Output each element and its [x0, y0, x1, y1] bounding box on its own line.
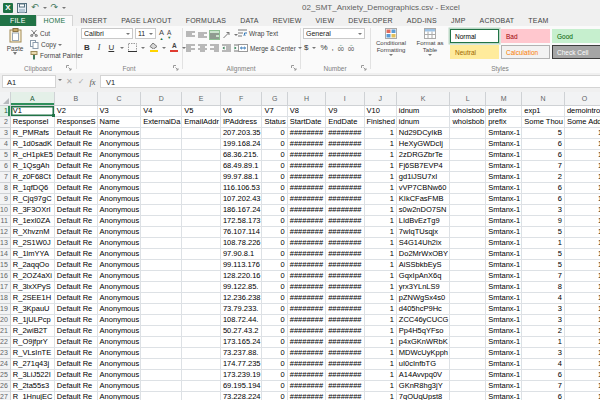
cell-A6[interactable]: R_1QsgAh — [11, 161, 55, 172]
cell-G3[interactable]: 0 — [262, 128, 287, 139]
col-header-D[interactable]: D — [141, 92, 182, 106]
col-header-J[interactable]: J — [365, 92, 397, 106]
cell-J14[interactable]: 1 — [365, 249, 397, 260]
row-header-12[interactable]: 12 — [0, 227, 11, 238]
cell-D15[interactable] — [141, 260, 182, 271]
cell-F13[interactable]: 108.78.226 — [221, 238, 263, 249]
cell-style-good[interactable]: Good — [552, 29, 600, 43]
cell-K27[interactable]: 7qOUqUpst8 — [397, 392, 451, 400]
cell-A5[interactable]: R_cH1pkE5 — [11, 150, 55, 161]
cell-N7[interactable]: 2 — [522, 172, 565, 183]
cell-O23[interactable]: 1 — [565, 348, 600, 359]
cell-M26[interactable]: Smtanx-1 — [486, 381, 522, 392]
cell-F25[interactable]: 173.239.19 — [221, 370, 263, 381]
cell-K20[interactable]: ZCC46yCUCG — [397, 315, 451, 326]
cell-N15[interactable]: 5 — [522, 260, 565, 271]
cell-O26[interactable]: 1 — [565, 381, 600, 392]
cell-F27[interactable]: 73.228.224 — [221, 392, 263, 400]
cell-M8[interactable]: Smtanx-1 — [486, 183, 522, 194]
cell-G25[interactable]: 0 — [262, 370, 287, 381]
cell-O25[interactable]: 1 — [565, 370, 600, 381]
orientation-icon[interactable] — [222, 30, 231, 39]
cell-H3[interactable]: ######## — [288, 128, 326, 139]
cell-F21[interactable]: 50.27.43.2 — [221, 326, 263, 337]
cell-E22[interactable] — [182, 337, 221, 348]
cell-B19[interactable]: Default Re — [55, 304, 98, 315]
cell-H18[interactable]: ######## — [288, 293, 326, 304]
col-header-G[interactable]: G — [262, 92, 287, 106]
row-header-16[interactable]: 16 — [0, 271, 11, 282]
conditional-formatting-button[interactable]: Conditional Formatting — [372, 28, 410, 56]
col-header-O[interactable]: O — [565, 92, 600, 106]
cell-I7[interactable]: ######## — [326, 172, 364, 183]
cell-F26[interactable]: 69.195.194 — [221, 381, 263, 392]
cell-H22[interactable]: ######## — [288, 337, 326, 348]
cell-J8[interactable]: 1 — [365, 183, 397, 194]
cell-E7[interactable] — [182, 172, 221, 183]
cell-H6[interactable]: ######## — [288, 161, 326, 172]
cell-F9[interactable]: 107.202.43 — [221, 194, 263, 205]
cell-B18[interactable]: Default Re — [55, 293, 98, 304]
cell-L13[interactable] — [450, 238, 486, 249]
cell-D14[interactable] — [141, 249, 182, 260]
cell-M27[interactable]: Smtanx-1 — [486, 392, 522, 400]
tab-acrobat[interactable]: ACROBAT — [473, 15, 522, 26]
cell-D2[interactable]: ExternalDa — [141, 117, 182, 128]
cell-D3[interactable] — [141, 128, 182, 139]
cell-B15[interactable]: Default Re — [55, 260, 98, 271]
cell-M2[interactable]: prefix — [486, 117, 522, 128]
cell-A4[interactable]: R_1d0sadK — [11, 139, 55, 150]
cell-F23[interactable]: 73.237.88. — [221, 348, 263, 359]
col-header-H[interactable]: H — [288, 92, 326, 106]
cell-F12[interactable]: 76.107.114 — [221, 227, 263, 238]
bottom-align-icon[interactable] — [210, 31, 219, 39]
tab-view[interactable]: VIEW — [309, 15, 342, 26]
cell-E8[interactable] — [182, 183, 221, 194]
row-header-11[interactable]: 11 — [0, 216, 11, 227]
cell-O8[interactable]: 1 — [565, 183, 600, 194]
col-header-A[interactable]: A — [11, 92, 55, 106]
row-header-18[interactable]: 18 — [0, 293, 11, 304]
cell-O21[interactable]: 1 — [565, 326, 600, 337]
cell-G12[interactable]: 0 — [262, 227, 287, 238]
cell-M24[interactable]: Smtanx-1 — [486, 359, 522, 370]
cell-O6[interactable]: 1 — [565, 161, 600, 172]
cell-N22[interactable]: 1 — [522, 337, 565, 348]
cell-A15[interactable]: R_2aqqOo — [11, 260, 55, 271]
cell-C6[interactable]: Anonymous — [98, 161, 142, 172]
top-align-icon[interactable] — [186, 31, 195, 39]
cell-H11[interactable]: ######## — [288, 216, 326, 227]
cell-L16[interactable] — [450, 271, 486, 282]
cell-B24[interactable]: Default Re — [55, 359, 98, 370]
cut-button[interactable]: Cut — [30, 29, 50, 37]
cell-A26[interactable]: R_2ta55s3 — [11, 381, 55, 392]
cell-G20[interactable]: 0 — [262, 315, 287, 326]
cell-F19[interactable]: 73.79.233. — [221, 304, 263, 315]
cell-C21[interactable]: Anonymous — [98, 326, 142, 337]
tab-home[interactable]: HOME — [36, 15, 74, 26]
cell-J12[interactable]: 1 — [365, 227, 397, 238]
row-header-9[interactable]: 9 — [0, 194, 11, 205]
cell-O7[interactable]: 1 — [565, 172, 600, 183]
cell-N12[interactable]: 5 — [522, 227, 565, 238]
cell-A7[interactable]: R_z0F68Ct — [11, 172, 55, 183]
row-header-6[interactable]: 6 — [0, 161, 11, 172]
tab-jmp[interactable]: JMP — [444, 15, 473, 26]
cell-I14[interactable]: ######## — [326, 249, 364, 260]
cell-O16[interactable]: 1 — [565, 271, 600, 282]
cell-N19[interactable]: 3 — [522, 304, 565, 315]
italic-button[interactable]: I — [96, 43, 103, 52]
cell-F3[interactable]: 207.203.35 — [221, 128, 263, 139]
cell-D6[interactable] — [141, 161, 182, 172]
cell-B12[interactable]: Default Re — [55, 227, 98, 238]
currency-dropdown-icon[interactable] — [312, 47, 316, 49]
cell-K24[interactable]: uI0cInfbTG — [397, 359, 451, 370]
cell-N20[interactable]: 3 — [522, 315, 565, 326]
cell-D12[interactable] — [141, 227, 182, 238]
copy-button[interactable]: Copy — [30, 40, 62, 49]
cell-L4[interactable] — [450, 139, 486, 150]
decrease-indent-icon[interactable] — [222, 44, 231, 52]
cell-M11[interactable]: Smtanx-1 — [486, 216, 522, 227]
cell-N17[interactable]: 8 — [522, 282, 565, 293]
cell-J17[interactable]: 1 — [365, 282, 397, 293]
